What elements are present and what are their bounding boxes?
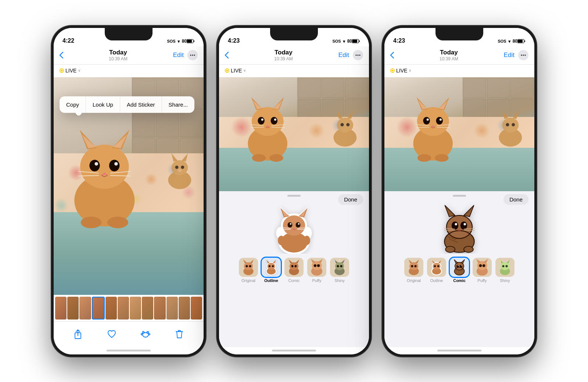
svg-marker-187 [438, 260, 442, 263]
home-indicator-2 [219, 347, 369, 354]
svg-point-56 [274, 118, 276, 121]
photo-area[interactable]: Copy Look Up Add Sticker Share... [54, 77, 204, 295]
svg-point-62 [252, 154, 266, 162]
sticker-thumb-puffy-3[interactable] [473, 258, 492, 277]
context-menu-copy[interactable]: Copy [60, 96, 86, 113]
sticker-option-original[interactable]: Original [239, 258, 258, 283]
sticker-thumb-original[interactable] [239, 258, 258, 277]
nav-actions: Edit [173, 50, 198, 60]
sticker-label-outline-3: Outline [430, 278, 443, 283]
sticker-option-comic[interactable]: Comic [284, 258, 304, 283]
like-button[interactable] [104, 326, 120, 342]
context-menu-share[interactable]: Share... [162, 96, 195, 113]
svg-point-113 [314, 264, 317, 267]
thumbnail-6[interactable] [118, 297, 129, 319]
more-button[interactable] [187, 50, 198, 60]
home-bar-2 [272, 350, 316, 351]
thumbnail-12[interactable] [191, 297, 202, 319]
thumbnail-9[interactable] [154, 297, 165, 319]
photo-area-3[interactable] [384, 77, 534, 191]
sticker-thumb-shiny[interactable] [330, 258, 349, 277]
svg-point-199 [460, 265, 462, 267]
sticker-option-puffy-3[interactable]: Puffy [473, 258, 492, 283]
edit-button-3[interactable]: Edit [504, 51, 514, 59]
sticker-thumb-shiny-3[interactable] [495, 258, 514, 277]
svg-point-161 [452, 221, 458, 229]
sticker-thumb-outline[interactable] [262, 258, 281, 277]
phone-2: 4:23 SOS ▾ 80 Today 10:39 AM [217, 26, 371, 357]
svg-rect-125 [518, 40, 523, 43]
sticker-options-3: Original [401, 255, 518, 287]
done-button-3[interactable]: Done [503, 194, 528, 205]
live-badge-2[interactable]: LIVE ∨ [225, 68, 246, 74]
notch [105, 28, 153, 40]
sticker-option-outline[interactable]: Outline [262, 258, 281, 283]
svg-marker-90 [250, 259, 254, 263]
svg-point-63 [270, 154, 283, 162]
svg-point-188 [434, 265, 436, 267]
svg-point-144 [427, 118, 429, 121]
edit-button-2[interactable]: Edit [338, 51, 349, 59]
delete-button[interactable] [171, 326, 187, 342]
nav-bar-3: Today 10:39 AM Edit [384, 46, 534, 65]
thumbnail-5[interactable] [105, 297, 117, 319]
thumbnail-3[interactable] [79, 297, 91, 319]
sticker-thumb-original-3[interactable] [404, 258, 423, 277]
thumbnail-10[interactable] [166, 297, 178, 319]
thumbnail-8[interactable] [142, 297, 153, 319]
svg-point-213 [506, 265, 508, 267]
sticker-label-comic: Comic [288, 278, 300, 283]
drag-handle-2[interactable] [287, 195, 301, 197]
edit-button[interactable]: Edit [173, 51, 184, 59]
share-button[interactable] [70, 326, 86, 342]
svg-point-102 [272, 265, 274, 267]
sticker-option-comic-3[interactable]: Comic [450, 258, 469, 283]
sticker-thumb-outline-3[interactable] [427, 258, 446, 277]
svg-marker-141 [439, 100, 448, 110]
thumbnail-2[interactable] [67, 297, 79, 319]
live-badge[interactable]: LIVE ∨ [60, 68, 80, 74]
live-bar-2: LIVE ∨ [219, 65, 369, 77]
sticker-option-puffy[interactable]: Puffy [307, 258, 326, 283]
svg-point-212 [502, 265, 504, 267]
svg-point-128 [523, 55, 524, 56]
more-button-2[interactable] [353, 50, 363, 60]
svg-rect-2 [194, 40, 194, 42]
svg-point-164 [464, 223, 466, 225]
live-dot-icon-2 [225, 68, 229, 73]
sticker-label-comic-3: Comic [453, 278, 466, 283]
svg-point-206 [479, 264, 482, 267]
svg-point-7 [171, 160, 188, 175]
live-dot-icon [60, 68, 64, 73]
thumbnail-4[interactable] [92, 297, 105, 319]
sticker-label-puffy: Puffy [312, 278, 322, 283]
sticker-thumb-puffy[interactable] [307, 258, 326, 277]
back-button-2[interactable] [225, 52, 229, 58]
pet-button[interactable] [137, 326, 154, 342]
svg-point-114 [317, 264, 320, 267]
sticker-option-shiny[interactable]: Shiny [330, 258, 349, 283]
drag-handle-3[interactable] [453, 195, 466, 197]
sticker-thumb-comic-3[interactable] [450, 258, 469, 277]
more-button-3[interactable] [518, 50, 528, 60]
context-menu-lookup[interactable]: Look Up [86, 96, 120, 113]
sticker-option-outline-3[interactable]: Outline [427, 258, 446, 283]
thumbnail-11[interactable] [179, 297, 190, 319]
svg-marker-176 [409, 259, 413, 263]
back-button-3[interactable] [390, 52, 394, 58]
sticker-option-shiny-3[interactable]: Shiny [495, 258, 514, 283]
done-button-2[interactable]: Done [338, 194, 363, 205]
sticker-option-original-3[interactable]: Original [404, 258, 423, 283]
battery-icon: 80 [182, 39, 195, 44]
photo-area-2[interactable] [219, 77, 369, 191]
thumbnail-7[interactable] [130, 297, 141, 319]
svg-point-101 [269, 265, 270, 267]
back-button[interactable] [60, 52, 63, 58]
sticker-thumb-comic[interactable] [284, 258, 304, 277]
context-menu-add-sticker[interactable]: Add Sticker [120, 96, 162, 113]
live-badge-3[interactable]: LIVE ∨ [390, 68, 411, 74]
thumbnail-1[interactable] [55, 297, 67, 319]
svg-marker-186 [431, 260, 435, 263]
context-menu: Copy Look Up Add Sticker Share... [60, 96, 194, 113]
nav-title-2: Today 10:39 AM [274, 49, 293, 61]
